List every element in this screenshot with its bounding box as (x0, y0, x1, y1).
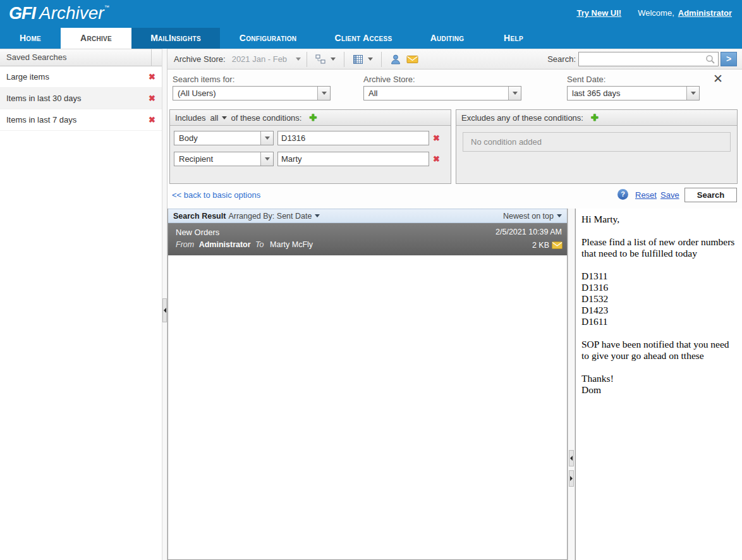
results-title: Search Result (173, 212, 226, 221)
welcome-text: Welcome, (638, 8, 674, 18)
result-email-row[interactable]: New Orders 2/5/2021 10:39 AM From Admini… (168, 223, 567, 255)
email-preview-pane: Hi Marty, Please find a list of new orde… (575, 209, 742, 560)
condition-value-input[interactable] (277, 152, 429, 166)
email-size: 2 KB (532, 241, 549, 250)
delete-saved-search-icon[interactable]: ✖ (149, 109, 155, 131)
add-include-condition-icon[interactable]: ✚ (309, 113, 317, 123)
tab-archive[interactable]: Archive (61, 28, 131, 49)
excludes-conditions-box: Excludes any of these conditions: ✚ No c… (456, 109, 738, 184)
sort-order-control[interactable]: Newest on top (503, 212, 562, 221)
condition-value-input[interactable] (277, 131, 429, 145)
saved-search-label: Items in last 7 days (6, 115, 76, 125)
toolbar-separator (381, 52, 382, 67)
preview-paragraph: D1311 D1316 D1532 D1423 D1611 (581, 271, 738, 327)
results-header: Search Result Arranged By: Sent Date New… (168, 209, 567, 223)
email-sender: Administrator (199, 240, 251, 249)
browse-folders-button[interactable] (313, 52, 338, 66)
close-search-panel-icon[interactable]: ✕ (713, 73, 723, 85)
collapse-left-icon (164, 308, 166, 313)
preview-paragraph: SOP have been notified that you need to … (581, 339, 738, 362)
excludes-header: Excludes any of these conditions: ✚ (456, 110, 737, 126)
arranged-by-label[interactable]: Arranged By: Sent Date (228, 212, 312, 221)
preview-paragraph: Please find a list of new order numbers … (581, 236, 738, 259)
view-columns-button[interactable] (350, 52, 375, 66)
save-link[interactable]: Save (660, 190, 679, 200)
select-value: Body (179, 133, 198, 143)
administrator-link[interactable]: Administrator (678, 8, 732, 18)
archive-store-toolbar-label: Archive Store: (174, 54, 226, 64)
collapse-preview-handle[interactable] (569, 450, 574, 466)
quick-search-input[interactable] (580, 53, 700, 65)
condition-field-select[interactable]: Recipient (174, 152, 274, 166)
add-exclude-condition-icon[interactable]: ✚ (591, 113, 599, 123)
hierarchy-icon (315, 54, 326, 64)
archive-store-select[interactable]: All (363, 86, 521, 100)
saved-search-label: Large items (6, 72, 49, 82)
email-subject: New Orders (176, 228, 219, 237)
columns-icon (353, 54, 363, 64)
delete-saved-search-icon[interactable]: ✖ (149, 66, 155, 88)
saved-search-last-30-days[interactable]: Items in last 30 days ✖ (0, 88, 162, 109)
no-condition-placeholder: No condition added (463, 132, 731, 152)
includes-match-value[interactable]: all (210, 113, 218, 123)
tab-auditing[interactable]: Auditing (411, 28, 484, 49)
sort-field-chevron-icon[interactable] (315, 214, 320, 217)
saved-search-large-items[interactable]: Large items ✖ (0, 66, 162, 88)
magnifier-icon (705, 54, 715, 64)
excludes-title: Excludes any of these conditions: (461, 113, 583, 123)
includes-suffix: of these conditions: (231, 113, 301, 123)
chevron-down-icon (331, 58, 336, 61)
search-items-for-label: Search items for: (173, 75, 234, 84)
reset-link[interactable]: Reset (635, 190, 657, 200)
condition-field-select[interactable]: Body (174, 131, 274, 145)
select-value: All (368, 88, 377, 98)
remove-condition-icon[interactable]: ✖ (433, 131, 440, 146)
try-new-ui-link[interactable]: Try New UI! (576, 8, 621, 18)
remove-condition-icon[interactable]: ✖ (433, 152, 440, 167)
includes-word: Includes (175, 113, 205, 123)
search-items-for-select[interactable]: (All Users) (173, 86, 331, 100)
tab-client-access[interactable]: Client Access (316, 28, 411, 49)
saved-searches-header: Saved Searches (0, 49, 162, 66)
tab-configuration[interactable]: Configuration (220, 28, 316, 49)
includes-conditions-box: Includes all of these conditions: ✚ Body… (169, 109, 451, 184)
tab-help[interactable]: Help (484, 28, 544, 49)
email-from-to: From Administrator To Marty McFly (176, 240, 313, 249)
sort-order-label: Newest on top (503, 212, 554, 221)
quick-search-box (578, 52, 719, 66)
to-label: To (255, 240, 264, 249)
chevron-down-icon (260, 131, 273, 145)
condition-row: Body ✖ (170, 131, 451, 147)
chevron-down-icon (686, 87, 699, 100)
search-go-button[interactable]: > (721, 52, 737, 66)
collapse-sidebar-handle[interactable] (162, 298, 167, 322)
saved-search-last-7-days[interactable]: Items in last 7 days ✖ (0, 109, 162, 131)
main-nav: Home Archive MailInsights Configuration … (0, 28, 742, 49)
chevron-down-icon[interactable] (222, 116, 227, 119)
saved-searches-panel: Saved Searches Large items ✖ Items in la… (0, 49, 162, 560)
sent-date-select[interactable]: last 365 days (567, 86, 700, 100)
sidebar-splitter[interactable] (162, 49, 167, 560)
back-to-basic-options-link[interactable]: << back to basic options (172, 190, 260, 200)
delete-saved-search-icon[interactable]: ✖ (149, 88, 155, 109)
gfi-archiver-app: GFIArchiver™ Try New UI!Welcome,Administ… (0, 0, 742, 560)
help-icon[interactable]: ? (617, 189, 628, 200)
mailbox-button[interactable] (404, 52, 421, 66)
expand-preview-handle[interactable] (569, 470, 574, 487)
search-label: Search: (547, 54, 576, 64)
gfi-archiver-logo: GFIArchiver™ (9, 3, 109, 23)
logo-product: Archiver (39, 3, 104, 23)
envelope-icon (552, 241, 563, 249)
quick-search-area: Search: > (547, 52, 737, 66)
search-button[interactable]: Search (684, 188, 737, 202)
saved-search-label: Items in last 30 days (6, 94, 82, 103)
user-info-button[interactable] (387, 52, 404, 66)
tab-home[interactable]: Home (0, 28, 61, 49)
logo-brand: GFI (9, 4, 35, 23)
select-value: Recipient (179, 154, 213, 164)
tab-mailinsights[interactable]: MailInsights (131, 28, 220, 49)
archive-store-toolbar-combo[interactable]: 2021 Jan - Feb (232, 54, 301, 64)
email-date: 2/5/2021 10:39 AM (496, 228, 562, 236)
select-value: (All Users) (178, 88, 216, 98)
preview-splitter[interactable] (568, 209, 575, 560)
